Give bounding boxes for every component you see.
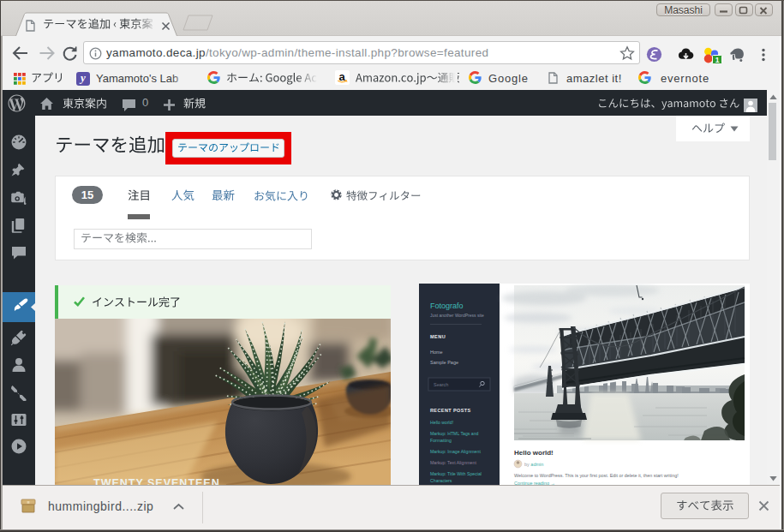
svg-text:MENU: MENU [430, 334, 446, 339]
svg-text:1: 1 [715, 56, 720, 63]
svg-text:Markup: Image Alignment: Markup: Image Alignment [430, 449, 481, 454]
svg-text:Just another WordPress site: Just another WordPress site [430, 313, 484, 318]
svg-text:Formatting: Formatting [430, 438, 452, 443]
svg-text:RECENT POSTS: RECENT POSTS [430, 408, 471, 413]
svg-text:Sample Page: Sample Page [430, 360, 458, 365]
svg-text:Markup: HTML Tags and: Markup: HTML Tags and [430, 431, 479, 436]
svg-text:a: a [338, 70, 345, 83]
svg-text:Markup: Text Alignment: Markup: Text Alignment [430, 460, 476, 465]
svg-text:Welcome to WordPress. This is: Welcome to WordPress. This is your first… [514, 473, 679, 478]
svg-text:Search: Search [434, 382, 448, 387]
svg-text:by admin: by admin [524, 462, 543, 467]
svg-text:Markup: Title With Special: Markup: Title With Special [430, 471, 482, 476]
svg-text:Hello world!: Hello world! [430, 420, 453, 425]
svg-text:Characters: Characters [430, 478, 452, 483]
svg-text:Fotografo: Fotografo [430, 302, 464, 310]
svg-text:Hello world!: Hello world! [514, 449, 554, 457]
svg-text:TWENTY SEVENTEEN: TWENTY SEVENTEEN [93, 477, 220, 485]
svg-text:Home: Home [430, 350, 443, 355]
